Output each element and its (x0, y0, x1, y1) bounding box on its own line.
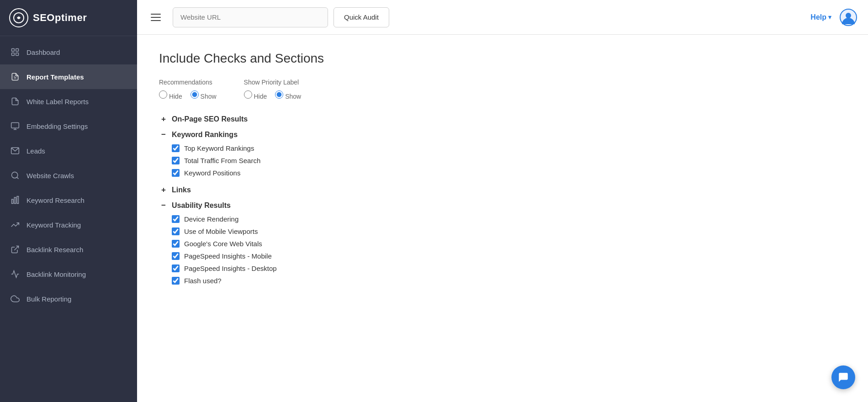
svg-rect-1 (12, 49, 15, 52)
page-title: Include Checks and Sections (159, 51, 846, 66)
mail-icon (10, 146, 20, 156)
sidebar: SEOptimer Dashboard Report Templates Whi… (0, 0, 137, 402)
sidebar-logo: SEOptimer (0, 0, 137, 36)
recommendations-hide-radio[interactable] (159, 90, 167, 99)
checkbox-flash-used[interactable] (172, 277, 180, 285)
checkbox-keyword-positions[interactable] (172, 169, 180, 177)
checkbox-core-web-vitals[interactable] (172, 240, 180, 248)
check-item-total-traffic: Total Traffic From Search (159, 154, 846, 167)
priority-hide-radio[interactable] (244, 90, 252, 99)
svg-rect-14 (14, 197, 16, 203)
priority-label-group: Show Priority Label Hide Show (244, 79, 302, 105)
sidebar-item-backlink-monitoring[interactable]: Backlink Monitoring (0, 262, 137, 286)
recommendations-hide-option[interactable]: Hide (159, 90, 182, 100)
content-area: Include Checks and Sections Recommendati… (137, 35, 868, 402)
plus-icon: + (159, 115, 168, 124)
checkbox-total-traffic[interactable] (172, 157, 180, 164)
cloud-icon (10, 294, 20, 304)
check-item-device-rendering: Device Rendering (159, 213, 846, 225)
sidebar-item-label: Report Templates (26, 73, 84, 81)
links-toggle[interactable]: + Links (159, 185, 846, 195)
svg-line-12 (17, 177, 19, 179)
logo-text: SEOptimer (33, 12, 87, 24)
check-item-top-keyword-rankings: Top Keyword Rankings (159, 142, 846, 154)
svg-point-11 (12, 172, 18, 178)
main-area: Quick Audit Help ▾ Include Checks and Se… (137, 0, 868, 402)
checkbox-top-keyword-rankings[interactable] (172, 144, 180, 152)
sidebar-item-label: Dashboard (26, 48, 60, 56)
sidebar-item-dashboard[interactable]: Dashboard (0, 40, 137, 64)
check-item-core-web-vitals: Google's Core Web Vitals (159, 238, 846, 250)
search-icon (10, 170, 20, 180)
file-icon (10, 96, 20, 106)
plus-icon-links: + (159, 185, 168, 195)
priority-label-label: Show Priority Label (244, 79, 302, 86)
logo-icon (9, 8, 28, 27)
sidebar-item-label: White Label Reports (26, 98, 89, 106)
sidebar-item-bulk-reporting[interactable]: Bulk Reporting (0, 286, 137, 311)
activity-icon (10, 269, 20, 279)
sidebar-item-label: Website Crawls (26, 172, 74, 180)
options-row: Recommendations Hide Show Show Priority … (159, 79, 846, 105)
checkbox-device-rendering[interactable] (172, 215, 180, 223)
trending-up-icon (10, 220, 20, 230)
priority-show-radio[interactable] (275, 90, 283, 99)
sidebar-item-keyword-tracking[interactable]: Keyword Tracking (0, 212, 137, 237)
sidebar-item-leads[interactable]: Leads (0, 138, 137, 163)
svg-rect-13 (12, 199, 13, 203)
recommendations-radio-group: Hide Show (159, 90, 217, 105)
topbar-right: Help ▾ (810, 9, 857, 26)
bar-chart-icon (10, 195, 20, 205)
url-input[interactable] (173, 7, 328, 27)
recommendations-show-radio[interactable] (191, 90, 199, 99)
svg-rect-4 (16, 53, 19, 56)
sidebar-item-label: Backlink Monitoring (26, 270, 86, 278)
svg-rect-7 (11, 123, 19, 128)
hamburger-button[interactable] (148, 11, 164, 24)
sidebar-item-report-templates[interactable]: Report Templates (0, 64, 137, 89)
svg-rect-15 (17, 196, 18, 204)
external-link-icon (10, 244, 20, 254)
check-item-keyword-positions: Keyword Positions (159, 167, 846, 179)
user-avatar[interactable] (840, 9, 857, 26)
check-item-mobile-viewports: Use of Mobile Viewports (159, 225, 846, 238)
sidebar-item-keyword-research[interactable]: Keyword Research (0, 188, 137, 212)
check-item-pagespeed-mobile: PageSpeed Insights - Mobile (159, 250, 846, 262)
on-page-seo-toggle[interactable]: + On-Page SEO Results (159, 115, 846, 124)
priority-hide-option[interactable]: Hide (244, 90, 267, 100)
sidebar-item-label: Backlink Research (26, 246, 83, 254)
svg-line-16 (14, 246, 18, 250)
chat-bubble-button[interactable] (831, 365, 855, 389)
minus-icon: − (159, 130, 168, 139)
checkbox-pagespeed-desktop[interactable] (172, 264, 180, 272)
sidebar-item-white-label-reports[interactable]: White Label Reports (0, 89, 137, 114)
usability-results-toggle[interactable]: − Usability Results (159, 201, 846, 210)
file-edit-icon (10, 72, 20, 82)
check-item-pagespeed-desktop: PageSpeed Insights - Desktop (159, 262, 846, 275)
priority-radio-group: Hide Show (244, 90, 302, 105)
svg-rect-2 (16, 49, 19, 52)
svg-point-18 (846, 13, 851, 18)
quick-audit-button[interactable]: Quick Audit (333, 7, 389, 27)
keyword-rankings-toggle[interactable]: − Keyword Rankings (159, 130, 846, 139)
sidebar-item-website-crawls[interactable]: Website Crawls (0, 163, 137, 188)
sidebar-nav: Dashboard Report Templates White Label R… (0, 36, 137, 402)
sidebar-item-label: Keyword Tracking (26, 221, 81, 229)
chevron-down-icon: ▾ (828, 14, 831, 21)
check-item-flash-used: Flash used? (159, 275, 846, 287)
sidebar-item-label: Bulk Reporting (26, 295, 71, 303)
priority-show-option[interactable]: Show (275, 90, 301, 100)
sidebar-item-label: Embedding Settings (26, 122, 88, 130)
recommendations-show-option[interactable]: Show (191, 90, 217, 100)
help-button[interactable]: Help ▾ (810, 13, 831, 21)
checkbox-mobile-viewports[interactable] (172, 227, 180, 235)
sidebar-item-embedding-settings[interactable]: Embedding Settings (0, 114, 137, 138)
minus-icon-usability: − (159, 201, 168, 210)
checkbox-pagespeed-mobile[interactable] (172, 252, 180, 260)
svg-rect-3 (12, 53, 15, 56)
sidebar-item-label: Leads (26, 147, 45, 155)
topbar: Quick Audit Help ▾ (137, 0, 868, 35)
sidebar-item-label: Keyword Research (26, 196, 85, 204)
sidebar-item-backlink-research[interactable]: Backlink Research (0, 237, 137, 262)
grid-icon (10, 47, 20, 57)
